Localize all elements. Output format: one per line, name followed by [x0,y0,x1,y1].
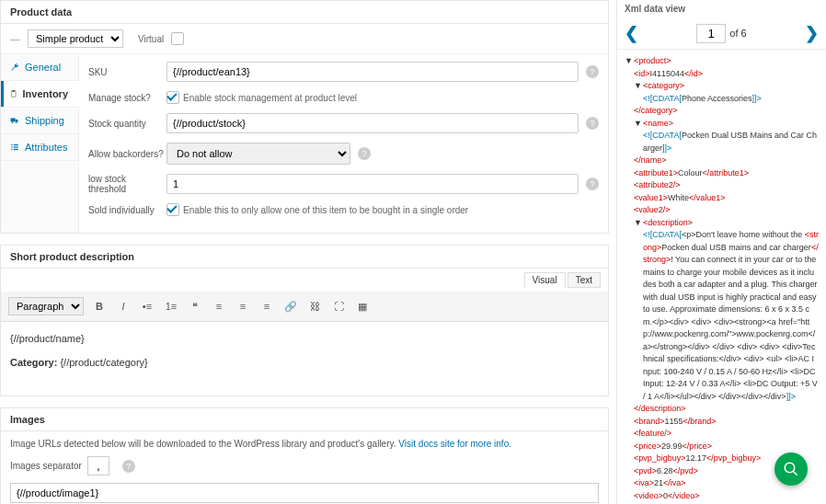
category-value: {//product/category} [57,357,147,368]
search-icon [783,461,799,477]
xml-title: Xml data view [617,0,826,17]
svg-rect-9 [11,149,12,150]
prev-page-button[interactable]: ❮ [625,23,638,43]
svg-rect-8 [14,146,18,147]
sold-ind-checkbox[interactable] [166,203,179,216]
short-desc-header: Short product description [1,246,608,269]
svg-rect-2 [11,119,16,122]
manage-stock-checkbox[interactable] [166,91,179,104]
align-right-button[interactable]: ≡ [258,298,275,315]
xml-view-panel: Xml data view ❮ of 6 ❯ ▼<product> <id>I4… [616,0,826,504]
low-stock-label: low stock threshold [88,174,166,194]
manage-stock-note: Enable stock management at product level [183,93,357,103]
svg-line-12 [793,471,797,475]
sku-label: SKU [88,67,166,77]
tab-general[interactable]: General [1,54,78,81]
svg-point-4 [16,121,17,123]
images-header: Images [1,408,608,431]
tab-inventory[interactable]: Inventory [1,81,79,108]
help-icon[interactable]: ? [122,460,135,473]
xml-tree[interactable]: ▼<product> <id>I4115044</id> ▼<category>… [617,50,826,504]
align-left-button[interactable]: ≡ [211,298,227,315]
stock-qty-input[interactable] [166,113,579,133]
svg-rect-5 [11,144,12,145]
page-input[interactable] [696,24,726,43]
sep-label: Images separator [10,461,82,471]
fullscreen-button[interactable]: ⛶ [330,298,347,315]
clipboard-icon [10,89,17,98]
page-total: of 6 [729,28,746,39]
bold-button[interactable]: B [91,298,108,315]
short-desc-panel: Short product description Visual Text Pa… [0,245,609,396]
images-panel: Images Image URLs detected below will be… [0,407,609,504]
docs-link[interactable]: Visit docs site for more info. [398,439,511,449]
svg-rect-10 [14,149,18,150]
sold-ind-note: Enable this to only allow one of this it… [183,205,468,215]
product-tabs: General Inventory Shipping Attributes [1,54,79,233]
svg-point-3 [12,121,14,123]
truck-icon [10,116,19,125]
next-page-button[interactable]: ❯ [805,23,819,43]
virtual-label: Virtual [138,34,164,44]
align-center-button[interactable]: ≡ [235,298,251,315]
svg-point-11 [785,463,795,473]
sku-input[interactable] [166,62,579,82]
italic-button[interactable]: I [115,298,132,315]
paragraph-select[interactable]: Paragraph [8,297,84,315]
image-url-input[interactable] [10,483,599,503]
dash-separator: — [10,33,20,44]
images-note: Image URLs detected below will be downlo… [10,439,398,449]
bullet-list-button[interactable]: •≡ [139,298,155,315]
visual-tab[interactable]: Visual [524,272,566,288]
help-icon[interactable]: ? [586,178,599,190]
svg-rect-7 [11,146,12,147]
sep-input[interactable] [87,456,109,475]
product-data-panel: Product data — Simple product Virtual Ge… [0,0,609,234]
product-type-select[interactable]: Simple product [28,29,123,48]
backorders-select[interactable]: Do not allow [166,143,350,165]
stock-qty-label: Stock quantity [88,119,166,129]
help-fab-button[interactable] [774,452,808,486]
wrench-icon [10,63,19,72]
list-icon [10,143,19,152]
svg-rect-1 [12,90,15,91]
backorders-label: Allow backorders? [88,149,166,159]
toolbar-toggle-button[interactable]: ▦ [354,298,371,315]
numbered-list-button[interactable]: 1≡ [163,298,179,315]
virtual-checkbox[interactable] [171,32,184,45]
editor-toolbar: Paragraph B I •≡ 1≡ ❝ ≡ ≡ ≡ 🔗 ⛓ ⛶ ▦ [1,292,608,322]
tab-attributes[interactable]: Attributes [1,134,78,161]
editor-line1: {//product/name} [10,331,599,348]
svg-rect-0 [11,91,16,97]
product-data-title: Product data [10,6,72,17]
tab-shipping[interactable]: Shipping [1,108,78,134]
svg-rect-6 [14,144,18,145]
product-data-header: Product data [1,1,608,24]
manage-stock-label: Manage stock? [88,93,166,103]
help-icon[interactable]: ? [358,147,371,160]
low-stock-input[interactable] [166,174,579,194]
inventory-form: SKU ? Manage stock? Enable stock managem… [79,54,608,233]
text-tab[interactable]: Text [568,272,601,288]
help-icon[interactable]: ? [586,117,599,130]
help-icon[interactable]: ? [586,65,599,78]
link-button[interactable]: 🔗 [282,298,299,315]
quote-button[interactable]: ❝ [187,298,203,315]
editor-content[interactable]: {//product/name} Category: {//product/ca… [1,322,608,395]
unlink-button[interactable]: ⛓ [306,298,323,315]
sold-ind-label: Sold individually [88,205,166,215]
category-label: Category: [10,357,57,368]
